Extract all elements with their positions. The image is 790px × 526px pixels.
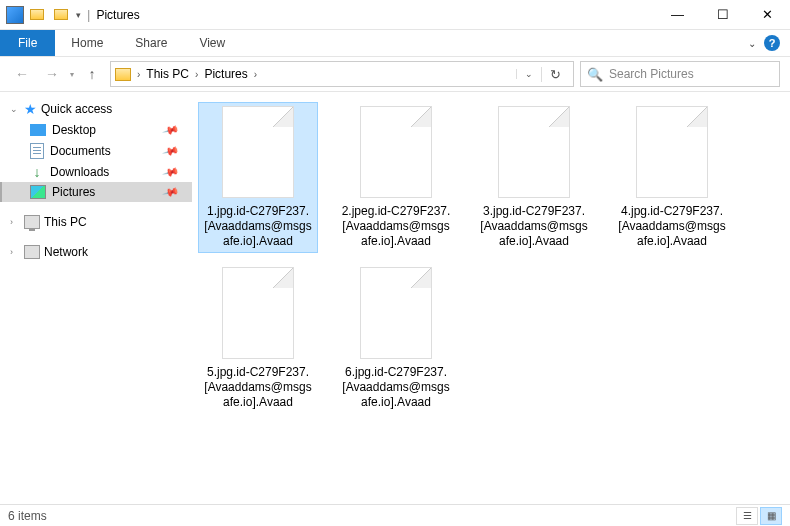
sidebar-quick-access[interactable]: ⌄ ★ Quick access — [0, 98, 192, 120]
item-count: 6 items — [8, 509, 47, 523]
sidebar-item-downloads[interactable]: ↓ Downloads 📌 — [0, 162, 192, 182]
sidebar-item-label: Documents — [50, 144, 111, 158]
search-placeholder: Search Pictures — [609, 67, 694, 81]
history-dropdown-icon[interactable]: ▾ — [70, 70, 74, 79]
sidebar-item-documents[interactable]: Documents 📌 — [0, 140, 192, 162]
file-item[interactable]: 2.jpeg.id-C279F237.[Avaaddams@msgsafe.io… — [336, 102, 456, 253]
tab-view[interactable]: View — [183, 31, 241, 55]
app-icon — [6, 6, 24, 24]
breadcrumb-pictures[interactable]: Pictures — [202, 67, 249, 81]
file-icon — [360, 267, 432, 359]
status-bar: 6 items ☰ ▦ — [0, 504, 790, 526]
sidebar-item-label: Desktop — [52, 123, 96, 137]
network-icon — [24, 245, 40, 259]
search-icon: 🔍 — [587, 67, 603, 82]
pin-icon: 📌 — [162, 142, 181, 160]
pin-icon: 📌 — [162, 163, 181, 181]
chevron-right-icon[interactable]: › — [250, 69, 261, 80]
sidebar-item-pictures[interactable]: Pictures 📌 — [0, 182, 192, 202]
back-button[interactable]: ← — [10, 62, 34, 86]
sidebar-this-pc[interactable]: › This PC — [0, 212, 192, 232]
sidebar-item-label: Pictures — [52, 185, 95, 199]
close-button[interactable]: ✕ — [745, 0, 790, 30]
qat-new-folder-icon[interactable] — [50, 4, 72, 26]
search-input[interactable]: 🔍 Search Pictures — [580, 61, 780, 87]
caret-right-icon[interactable]: › — [10, 247, 20, 257]
pin-icon: 📌 — [162, 121, 181, 139]
file-icon — [222, 267, 294, 359]
file-item[interactable]: 4.jpg.id-C279F237.[Avaaddams@msgsafe.io]… — [612, 102, 732, 253]
help-icon[interactable]: ? — [764, 35, 780, 51]
tab-share[interactable]: Share — [119, 31, 183, 55]
refresh-icon[interactable]: ↻ — [541, 67, 569, 82]
qat-dropdown-icon[interactable]: ▾ — [76, 10, 81, 20]
address-row: ← → ▾ ↑ › This PC › Pictures › ⌄ ↻ 🔍 Sea… — [0, 56, 790, 92]
forward-button[interactable]: → — [40, 62, 64, 86]
caret-right-icon[interactable]: › — [10, 217, 20, 227]
file-name: 4.jpg.id-C279F237.[Avaaddams@msgsafe.io]… — [616, 204, 728, 249]
desktop-icon — [30, 124, 46, 136]
address-bar[interactable]: › This PC › Pictures › ⌄ ↻ — [110, 61, 574, 87]
download-icon: ↓ — [30, 165, 44, 179]
ribbon: File Home Share View ⌄ ? — [0, 30, 790, 56]
file-item[interactable]: 3.jpg.id-C279F237.[Avaaddams@msgsafe.io]… — [474, 102, 594, 253]
file-icon — [360, 106, 432, 198]
sidebar-network[interactable]: › Network — [0, 242, 192, 262]
chevron-right-icon[interactable]: › — [133, 69, 144, 80]
details-view-button[interactable]: ☰ — [736, 507, 758, 525]
file-item[interactable]: 1.jpg.id-C279F237.[Avaaddams@msgsafe.io]… — [198, 102, 318, 253]
file-name: 1.jpg.id-C279F237.[Avaaddams@msgsafe.io]… — [202, 204, 314, 249]
network-label: Network — [44, 245, 88, 259]
maximize-button[interactable]: ☐ — [700, 0, 745, 30]
this-pc-label: This PC — [44, 215, 87, 229]
pin-icon: 📌 — [162, 183, 181, 201]
navigation-pane: ⌄ ★ Quick access Desktop 📌 Documents 📌 ↓… — [0, 92, 192, 506]
pictures-icon — [30, 185, 46, 199]
file-name: 2.jpeg.id-C279F237.[Avaaddams@msgsafe.io… — [340, 204, 452, 249]
file-icon — [498, 106, 570, 198]
location-icon — [115, 68, 131, 81]
pc-icon — [24, 215, 40, 229]
up-button[interactable]: ↑ — [80, 62, 104, 86]
chevron-right-icon[interactable]: › — [191, 69, 202, 80]
file-tab[interactable]: File — [0, 30, 55, 56]
ribbon-expand-icon[interactable]: ⌄ — [748, 38, 756, 49]
file-item[interactable]: 6.jpg.id-C279F237.[Avaaddams@msgsafe.io]… — [336, 263, 456, 414]
file-icon — [636, 106, 708, 198]
title-bar: ▾ | Pictures — ☐ ✕ — [0, 0, 790, 30]
qat-properties-icon[interactable] — [26, 4, 48, 26]
file-name: 3.jpg.id-C279F237.[Avaaddams@msgsafe.io]… — [478, 204, 590, 249]
file-name: 5.jpg.id-C279F237.[Avaaddams@msgsafe.io]… — [202, 365, 314, 410]
star-icon: ★ — [24, 101, 37, 117]
address-dropdown-icon[interactable]: ⌄ — [516, 69, 541, 79]
window-title: Pictures — [96, 8, 139, 22]
breadcrumb-thispc[interactable]: This PC — [144, 67, 191, 81]
file-name: 6.jpg.id-C279F237.[Avaaddams@msgsafe.io]… — [340, 365, 452, 410]
minimize-button[interactable]: — — [655, 0, 700, 30]
large-icons-view-button[interactable]: ▦ — [760, 507, 782, 525]
file-list[interactable]: 1.jpg.id-C279F237.[Avaaddams@msgsafe.io]… — [192, 92, 790, 506]
tab-home[interactable]: Home — [55, 31, 119, 55]
quick-access-label: Quick access — [41, 102, 112, 116]
document-icon — [30, 143, 44, 159]
sidebar-item-label: Downloads — [50, 165, 109, 179]
sidebar-item-desktop[interactable]: Desktop 📌 — [0, 120, 192, 140]
file-item[interactable]: 5.jpg.id-C279F237.[Avaaddams@msgsafe.io]… — [198, 263, 318, 414]
file-icon — [222, 106, 294, 198]
caret-down-icon[interactable]: ⌄ — [10, 104, 20, 114]
